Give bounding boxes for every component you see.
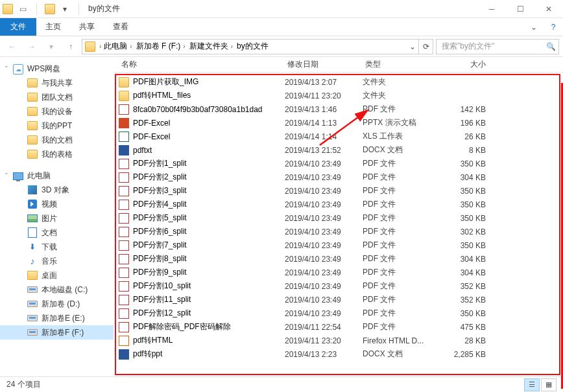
file-name: PDF分割10_split xyxy=(133,281,285,292)
window-controls: ─ ☐ ✕ xyxy=(477,0,563,18)
nav-up-button[interactable]: ↑ xyxy=(62,38,79,55)
file-row[interactable]: pdf转ppt2019/4/13 2:23DOCX 文档2,285 KB xyxy=(116,347,559,361)
chevron-right-icon[interactable]: › xyxy=(182,43,186,50)
file-row[interactable]: PDF-Excel2019/4/14 1:13PPTX 演示文稿196 KB xyxy=(116,116,559,130)
column-name-header[interactable]: 名称 xyxy=(117,59,283,70)
pdf-icon xyxy=(119,172,129,183)
icons-view-button[interactable]: ▦ xyxy=(541,378,557,391)
refresh-button[interactable]: ⟳ xyxy=(418,40,433,54)
nav-forward-button[interactable]: → xyxy=(23,38,40,55)
qat-dropdown-icon[interactable]: ▾ xyxy=(59,3,71,15)
file-row[interactable]: 8fca0b70b0f4f9b3b0af73080a1b1dad2019/4/1… xyxy=(116,102,559,116)
folder-icon xyxy=(27,135,38,145)
breadcrumb-segment[interactable]: 此电脑› xyxy=(102,41,134,52)
chevron-right-icon[interactable]: › xyxy=(128,43,133,50)
breadcrumb-segment[interactable]: 新建文件夹› xyxy=(188,41,235,52)
close-button[interactable]: ✕ xyxy=(534,0,563,18)
pdf-icon xyxy=(119,268,129,278)
nav-group-thispc: ⌄ 此电脑 3D 对象视频图片文档⬇下载♪音乐桌面本地磁盘 (C:)新加卷 (D… xyxy=(0,169,114,340)
column-type-header[interactable]: 类型 xyxy=(361,59,439,70)
file-row[interactable]: PDF分割3_split2019/4/10 23:49PDF 文件350 KB xyxy=(116,184,559,198)
file-row[interactable]: PDF分割5_split2019/4/10 23:49PDF 文件350 KB xyxy=(116,211,559,225)
navigation-pane[interactable]: ⌄ ☁ WPS网盘 与我共享团队文档我的设备我的PPT我的文档我的表格 ⌄ 此电… xyxy=(0,57,114,376)
tab-share[interactable]: 共享 xyxy=(70,18,104,36)
nav-label: 此电脑 xyxy=(27,170,51,181)
expander-icon[interactable]: ⌄ xyxy=(4,62,9,69)
folder-icon xyxy=(119,91,129,101)
sidebar-item[interactable]: 图片 xyxy=(0,211,114,225)
sidebar-item[interactable]: 团队文档 xyxy=(0,90,114,104)
sidebar-item[interactable]: 桌面 xyxy=(0,268,114,282)
file-row[interactable]: PDF分割8_split2019/4/10 23:49PDF 文件304 KB xyxy=(116,252,559,266)
breadcrumb-segment[interactable]: 新加卷 F (F:)› xyxy=(135,41,188,52)
chevron-right-icon[interactable]: › xyxy=(230,43,234,50)
file-row[interactable]: PDF分割7_split2019/4/10 23:49PDF 文件350 KB xyxy=(116,238,559,252)
address-bar[interactable]: › 此电脑› 新加卷 F (F:)› 新建文件夹› by的文件 ⌄ ⟳ xyxy=(82,39,433,54)
sidebar-item[interactable]: 与我共享 xyxy=(0,76,114,90)
file-date: 2019/4/14 1:13 xyxy=(285,119,363,128)
sidebar-item[interactable]: 3D 对象 xyxy=(0,183,114,197)
file-row[interactable]: PDF图片获取_IMG2019/4/13 2:07文件夹 xyxy=(116,75,559,89)
tab-home[interactable]: 主页 xyxy=(36,18,70,36)
sidebar-item[interactable]: 我的设备 xyxy=(0,104,114,119)
file-row[interactable]: PDF分割9_split2019/4/10 23:49PDF 文件304 KB xyxy=(116,266,559,279)
file-date: 2019/4/10 23:49 xyxy=(285,268,363,277)
file-row[interactable]: PDF分割6_split2019/4/10 23:49PDF 文件302 KB xyxy=(116,225,559,238)
sidebar-item[interactable]: 视频 xyxy=(0,197,114,211)
column-date-header[interactable]: 修改日期 xyxy=(283,59,361,70)
file-row[interactable]: PDF分割10_split2019/4/10 23:49PDF 文件352 KB xyxy=(116,279,559,293)
tab-view[interactable]: 查看 xyxy=(104,18,138,36)
file-date: 2019/4/13 21:52 xyxy=(285,146,363,155)
file-name: PDF分割6_split xyxy=(133,226,285,237)
sidebar-item[interactable]: ⬇下载 xyxy=(0,240,114,254)
search-input[interactable]: 搜索"by的文件" 🔍 xyxy=(436,39,559,54)
sidebar-item[interactable]: 我的表格 xyxy=(0,147,114,161)
nav-wps-cloud[interactable]: ☁ WPS网盘 xyxy=(0,62,114,76)
chevron-right-icon[interactable]: › xyxy=(98,43,102,50)
3d-icon xyxy=(27,185,38,195)
file-tab[interactable]: 文件 xyxy=(0,18,36,36)
details-view-button[interactable]: ☰ xyxy=(524,378,540,391)
sidebar-item[interactable]: 本地磁盘 (C:) xyxy=(0,282,114,297)
file-size: 26 KB xyxy=(440,132,491,141)
nav-recent-dropdown[interactable]: ▾ xyxy=(43,38,60,55)
file-date: 2019/4/10 23:49 xyxy=(285,227,363,236)
maximize-button[interactable]: ☐ xyxy=(506,0,534,18)
help-icon[interactable]: ? xyxy=(544,18,563,36)
file-list[interactable]: PDF图片获取_IMG2019/4/13 2:07文件夹pdf转HTML_fil… xyxy=(115,74,560,375)
file-row[interactable]: pdf转HTML_files2019/4/11 23:20文件夹 xyxy=(116,89,559,102)
file-row[interactable]: PDF分割11_split2019/4/10 23:49PDF 文件352 KB xyxy=(116,293,559,306)
properties-icon[interactable]: ▭ xyxy=(17,3,29,15)
monitor-icon xyxy=(13,171,23,181)
file-row[interactable]: pdf转HTML2019/4/11 23:20Firefox HTML D...… xyxy=(116,334,559,347)
folder-icon xyxy=(119,77,129,87)
breadcrumb-segment[interactable]: by的文件 xyxy=(235,41,270,52)
expander-icon[interactable]: ⌄ xyxy=(4,169,9,176)
file-row[interactable]: PDF分割1_split2019/4/10 23:49PDF 文件350 KB xyxy=(116,157,559,170)
file-row[interactable]: PDF分割2_split2019/4/10 23:49PDF 文件304 KB xyxy=(116,170,559,184)
minimize-button[interactable]: ─ xyxy=(477,0,506,18)
separator xyxy=(78,3,79,15)
file-row[interactable]: PDF-Excel2019/4/14 1:14XLS 工作表26 KB xyxy=(116,130,559,143)
sidebar-item[interactable]: 新加卷F (F:) xyxy=(0,325,114,340)
sidebar-item[interactable]: ♪音乐 xyxy=(0,254,114,268)
file-date: 2019/4/14 1:14 xyxy=(285,132,363,141)
sidebar-item[interactable]: 新加卷E (E:) xyxy=(0,311,114,325)
nav-this-pc[interactable]: 此电脑 xyxy=(0,169,114,183)
title-bar: ▭ ▾ by的文件 ─ ☐ ✕ xyxy=(0,0,563,18)
address-dropdown-icon[interactable]: ⌄ xyxy=(407,42,418,51)
file-row[interactable]: PDF分割12_split2019/4/10 23:49PDF 文件350 KB xyxy=(116,306,559,320)
file-row[interactable]: PDF分割4_split2019/4/10 23:49PDF 文件350 KB xyxy=(116,198,559,211)
sidebar-item[interactable]: 我的文档 xyxy=(0,133,114,147)
file-row[interactable]: PDF解除密码_PDF密码解除2019/4/11 22:54PDF 文件475 … xyxy=(116,320,559,334)
sidebar-item[interactable]: 我的PPT xyxy=(0,119,114,133)
breadcrumb-label: by的文件 xyxy=(237,41,269,52)
column-size-header[interactable]: 大小 xyxy=(439,59,490,70)
sidebar-item[interactable]: 文档 xyxy=(0,225,114,240)
sidebar-item-label: 图片 xyxy=(42,213,57,224)
file-row[interactable]: pdftxt2019/4/13 21:52DOCX 文档8 KB xyxy=(116,143,559,157)
ribbon-expand-icon[interactable]: ⌄ xyxy=(524,18,544,36)
sidebar-item[interactable]: 新加卷 (D:) xyxy=(0,297,114,311)
open-folder-icon[interactable] xyxy=(45,4,55,14)
nav-back-button[interactable]: ← xyxy=(4,38,21,55)
